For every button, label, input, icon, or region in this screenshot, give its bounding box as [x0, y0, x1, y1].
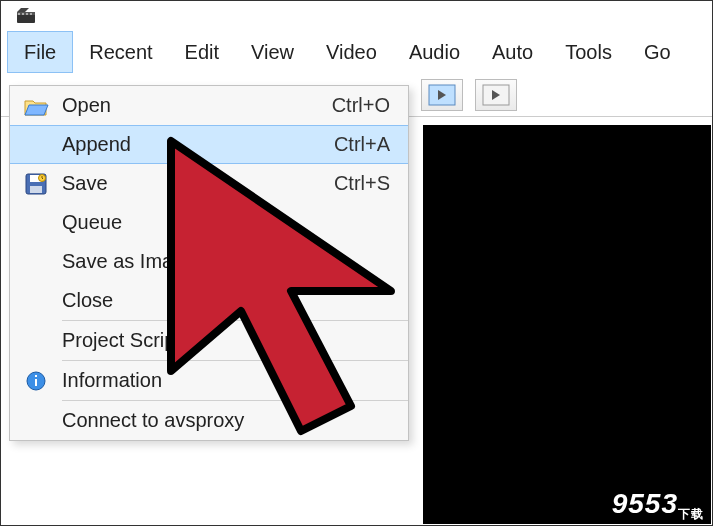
file-dropdown: Open Ctrl+O Append Ctrl+A Save Ctrl+S Qu… — [9, 85, 409, 441]
menu-label: Tools — [565, 41, 612, 64]
video-area — [423, 125, 711, 524]
menu-item-label: Close — [62, 289, 408, 312]
svg-rect-17 — [35, 375, 37, 377]
menu-item-label: Append — [62, 133, 334, 156]
info-icon — [10, 370, 62, 392]
menu-close[interactable]: Close — [10, 281, 408, 320]
menu-item-label: Information — [62, 369, 408, 392]
menu-item-label: Queue — [62, 211, 408, 234]
menu-label: Auto — [492, 41, 533, 64]
menu-item-shortcut: Ctrl+S — [334, 172, 408, 195]
save-icon — [10, 172, 62, 196]
open-icon — [10, 95, 62, 117]
menu-label: Video — [326, 41, 377, 64]
menu-item-label: Project Script — [62, 329, 408, 352]
watermark-site: 9553 — [612, 488, 678, 519]
menu-information[interactable]: Information — [10, 361, 408, 400]
menu-item-label: Save as Imag — [62, 250, 408, 273]
menu-save[interactable]: Save Ctrl+S — [10, 164, 408, 203]
app-icon — [15, 7, 37, 25]
watermark: 9553下载 — [612, 488, 704, 523]
menu-recent[interactable]: Recent — [73, 31, 168, 73]
menu-append[interactable]: Append Ctrl+A — [10, 125, 408, 164]
menu-item-label: Connect to avsproxy — [62, 409, 408, 432]
menu-label: View — [251, 41, 294, 64]
menu-tools[interactable]: Tools — [549, 31, 628, 73]
svg-rect-3 — [18, 13, 20, 15]
menubar: File Recent Edit View Video Audio Auto T… — [1, 31, 712, 73]
watermark-suffix: 下载 — [678, 507, 704, 521]
menu-label: Edit — [185, 41, 219, 64]
menu-connect-avsproxy[interactable]: Connect to avsproxy — [10, 401, 408, 440]
menu-view[interactable]: View — [235, 31, 310, 73]
menu-go[interactable]: Go — [628, 31, 687, 73]
arrow-right-icon — [428, 84, 456, 106]
menu-label: Go — [644, 41, 671, 64]
menu-label: Audio — [409, 41, 460, 64]
titlebar — [1, 1, 712, 31]
svg-rect-16 — [35, 379, 37, 386]
toolbar-button-1[interactable] — [421, 79, 463, 111]
menu-project-script[interactable]: Project Script — [10, 321, 408, 360]
toolbar-button-2[interactable] — [475, 79, 517, 111]
menu-edit[interactable]: Edit — [169, 31, 235, 73]
menu-save-as-image[interactable]: Save as Imag — [10, 242, 408, 281]
arrow-right-icon — [482, 84, 510, 106]
svg-rect-4 — [22, 13, 24, 15]
svg-rect-13 — [30, 186, 42, 193]
menu-label: Recent — [89, 41, 152, 64]
svg-marker-2 — [17, 8, 29, 12]
menu-open[interactable]: Open Ctrl+O — [10, 86, 408, 125]
menu-video[interactable]: Video — [310, 31, 393, 73]
menu-label: File — [24, 41, 56, 64]
menu-file[interactable]: File — [7, 31, 73, 73]
menu-queue[interactable]: Queue — [10, 203, 408, 242]
menu-item-label: Save — [62, 172, 334, 195]
menu-item-shortcut: Ctrl+A — [334, 133, 408, 156]
menu-auto[interactable]: Auto — [476, 31, 549, 73]
menu-item-label: Open — [62, 94, 332, 117]
menu-item-shortcut: Ctrl+O — [332, 94, 408, 117]
svg-rect-6 — [30, 13, 32, 15]
menu-audio[interactable]: Audio — [393, 31, 476, 73]
svg-rect-5 — [26, 13, 28, 15]
